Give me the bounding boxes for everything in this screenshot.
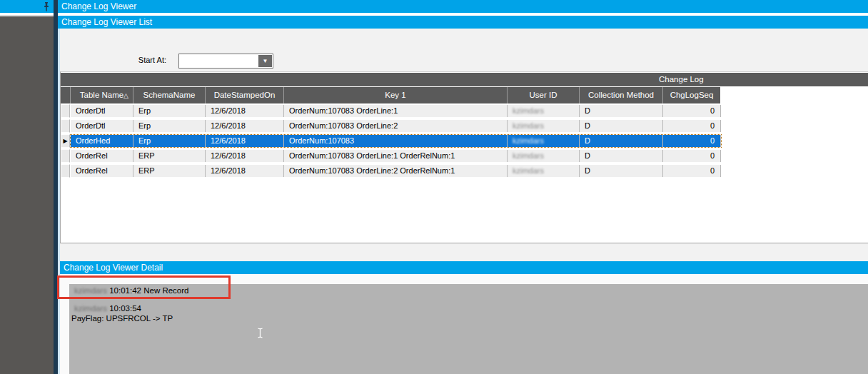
table-row[interactable]: OrderRel ERP 12/6/2018 OrderNum:107083 O… [61,149,722,163]
grid-header-row: Table Name △ SchemaName DateStampedOn Ke… [61,87,720,103]
header-row-selector [61,87,70,103]
column-header-table-name[interactable]: Table Name △ [70,87,133,103]
list-panel-title: Change Log Viewer List [61,16,152,29]
list-panel-titlebar: Change Log Viewer List [58,16,868,29]
start-at-input[interactable] [180,55,259,67]
row-selector[interactable] [61,119,70,133]
chevron-down-icon: ▼ [263,58,268,64]
row-marker-icon: ▶ [63,138,67,144]
grid-group-band: Change Log [61,73,868,86]
collapsed-sidebar-panel [0,15,54,374]
start-at-combobox[interactable]: ▼ [178,54,273,69]
grid-group-caption: Change Log [659,73,704,86]
detail-entry-2-change: PayFlag: UPSFRCOL -> TP [71,314,173,323]
text-cursor-ibeam [257,328,263,338]
window-title: Change Log Viewer [61,0,136,13]
redacted-user-id: kzimdars [513,166,544,175]
detail-panel-titlebar: Change Log Viewer Detail [60,261,868,274]
table-row[interactable]: OrderRel ERP 12/6/2018 OrderNum:107083 O… [61,164,722,178]
redacted-user-id: kzimdars [513,121,544,130]
table-row[interactable]: OrderDtl Erp 12/6/2018 OrderNum:107083 O… [61,119,722,133]
row-selector[interactable] [61,104,70,118]
pin-icon[interactable] [41,1,51,12]
redacted-user-id: kzimdars [74,304,107,313]
column-header-user-id[interactable]: User ID [507,87,579,103]
detail-entry-2-header: kzimdars 10:03:54 [74,304,141,313]
column-header-date-stamped-on[interactable]: DateStampedOn [205,87,283,103]
column-header-key1[interactable]: Key 1 [283,87,507,103]
start-at-label: Start At: [114,56,166,67]
column-header-collection-method[interactable]: Collection Method [579,87,662,103]
table-row[interactable]: OrderDtl Erp 12/6/2018 OrderNum:107083 O… [61,104,722,118]
table-row-selected[interactable]: ▶ OrderHed Erp 12/6/2018 OrderNum:107083… [61,134,722,148]
column-header-chglogseq[interactable]: ChgLogSeq [662,87,720,103]
window-titlebar: Change Log Viewer [0,0,868,13]
row-selector[interactable] [61,149,70,163]
redacted-user-id: kzimdars [513,106,544,115]
row-selector-active[interactable]: ▶ [61,134,70,148]
column-header-schema-name[interactable]: SchemaName [133,87,205,103]
combo-dropdown-button[interactable]: ▼ [258,55,272,67]
detail-panel-title: Change Log Viewer Detail [64,261,163,274]
redacted-user-id: kzimdars [513,136,544,145]
row-selector[interactable] [61,164,70,178]
annotation-highlight-box [57,276,231,299]
redacted-user-id: kzimdars [513,151,544,160]
change-log-grid: Change Log Table Name △ SchemaName DateS… [60,71,868,243]
sort-ascending-icon: △ [123,88,128,103]
